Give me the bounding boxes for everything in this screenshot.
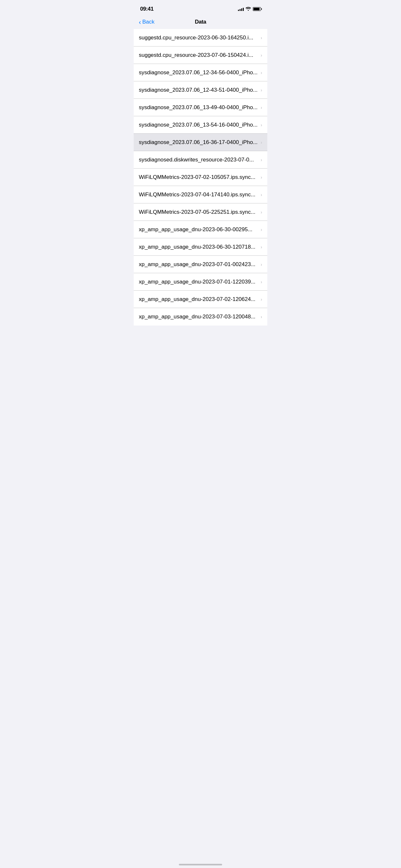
list-item-label: sysdiagnose_2023.07.06_12-43-51-0400_iPh… (139, 87, 260, 93)
list-item-label: sysdiagnose_2023.07.06_13-49-40-0400_iPh… (139, 104, 260, 111)
list-item-label: WiFiLQMMetrics-2023-07-02-105057.ips.syn… (139, 174, 260, 181)
list-item[interactable]: xp_amp_app_usage_dnu-2023-07-01-002423..… (134, 256, 267, 273)
chevron-right-icon: › (260, 314, 262, 319)
list-item-label: suggestd.cpu_resource-2023-07-06-150424.… (139, 52, 260, 58)
chevron-right-icon: › (260, 140, 262, 145)
wifi-icon (246, 6, 251, 11)
chevron-right-icon: › (260, 157, 262, 162)
list-item-label: sysdiagnosed.diskwrites_resource-2023-07… (139, 157, 260, 163)
list-item-label: WiFiLQMMetrics-2023-07-04-174140.ips.syn… (139, 191, 260, 198)
chevron-right-icon: › (260, 262, 262, 267)
list-item-label: xp_amp_app_usage_dnu-2023-06-30-120718..… (139, 244, 260, 250)
list-item-label: xp_amp_app_usage_dnu-2023-07-01-122039..… (139, 279, 260, 285)
list-item[interactable]: WiFiLQMMetrics-2023-07-04-174140.ips.syn… (134, 186, 267, 204)
list-item-label: xp_amp_app_usage_dnu-2023-07-01-002423..… (139, 261, 260, 268)
chevron-right-icon: › (260, 244, 262, 250)
list-item[interactable]: xp_amp_app_usage_dnu-2023-06-30-00295...… (134, 221, 267, 238)
list-item[interactable]: sysdiagnose_2023.07.06_16-36-17-0400_iPh… (134, 134, 267, 151)
list-item[interactable]: xp_amp_app_usage_dnu-2023-07-03-120048..… (134, 308, 267, 326)
list-item[interactable]: WiFiLQMMetrics-2023-07-05-225251.ips.syn… (134, 204, 267, 221)
list-item-label: sysdiagnose_2023.07.06_12-34-56-0400_iPh… (139, 69, 260, 76)
list-item-label: xp_amp_app_usage_dnu-2023-07-03-120048..… (139, 314, 260, 320)
chevron-right-icon: › (260, 210, 262, 215)
list-item[interactable]: sysdiagnose_2023.07.06_13-49-40-0400_iPh… (134, 99, 267, 116)
chevron-right-icon: › (260, 53, 262, 58)
chevron-right-icon: › (260, 227, 262, 232)
file-list: suggestd.cpu_resource-2023-06-30-164250.… (134, 29, 267, 326)
page-title: Data (195, 19, 206, 25)
chevron-right-icon: › (260, 122, 262, 128)
chevron-right-icon: › (260, 35, 262, 40)
status-time: 09:41 (140, 6, 153, 12)
list-item[interactable]: sysdiagnosed.diskwrites_resource-2023-07… (134, 151, 267, 168)
chevron-right-icon: › (260, 279, 262, 284)
chevron-right-icon: › (260, 70, 262, 75)
navigation-bar: ‹ Back Data (134, 16, 267, 29)
status-icons (238, 6, 261, 11)
list-item[interactable]: xp_amp_app_usage_dnu-2023-06-30-120718..… (134, 238, 267, 256)
back-button[interactable]: ‹ Back (139, 19, 154, 25)
chevron-right-icon: › (260, 175, 262, 180)
list-item[interactable]: sysdiagnose_2023.07.06_12-43-51-0400_iPh… (134, 82, 267, 99)
list-item[interactable]: sysdiagnose_2023.07.06_13-54-16-0400_iPh… (134, 116, 267, 134)
back-label: Back (143, 19, 155, 25)
chevron-right-icon: › (260, 88, 262, 93)
list-item[interactable]: suggestd.cpu_resource-2023-07-06-150424.… (134, 46, 267, 64)
battery-icon (253, 7, 261, 11)
list-item[interactable]: xp_amp_app_usage_dnu-2023-07-02-120624..… (134, 290, 267, 308)
list-item[interactable]: suggestd.cpu_resource-2023-06-30-164250.… (134, 29, 267, 46)
chevron-right-icon: › (260, 192, 262, 197)
list-item-label: xp_amp_app_usage_dnu-2023-06-30-00295... (139, 226, 260, 233)
list-item[interactable]: sysdiagnose_2023.07.06_12-34-56-0400_iPh… (134, 64, 267, 82)
signal-icon (238, 7, 244, 11)
status-bar: 09:41 (134, 0, 267, 16)
list-item-label: xp_amp_app_usage_dnu-2023-07-02-120624..… (139, 296, 260, 303)
list-item-label: sysdiagnose_2023.07.06_13-54-16-0400_iPh… (139, 122, 260, 128)
list-item[interactable]: WiFiLQMMetrics-2023-07-02-105057.ips.syn… (134, 168, 267, 186)
list-item-label: sysdiagnose_2023.07.06_16-36-17-0400_iPh… (139, 139, 260, 146)
back-chevron-icon: ‹ (139, 19, 141, 25)
list-item[interactable]: xp_amp_app_usage_dnu-2023-07-01-122039..… (134, 273, 267, 290)
list-item-label: suggestd.cpu_resource-2023-06-30-164250.… (139, 35, 260, 41)
list-item-label: WiFiLQMMetrics-2023-07-05-225251.ips.syn… (139, 209, 260, 215)
chevron-right-icon: › (260, 105, 262, 110)
chevron-right-icon: › (260, 297, 262, 302)
